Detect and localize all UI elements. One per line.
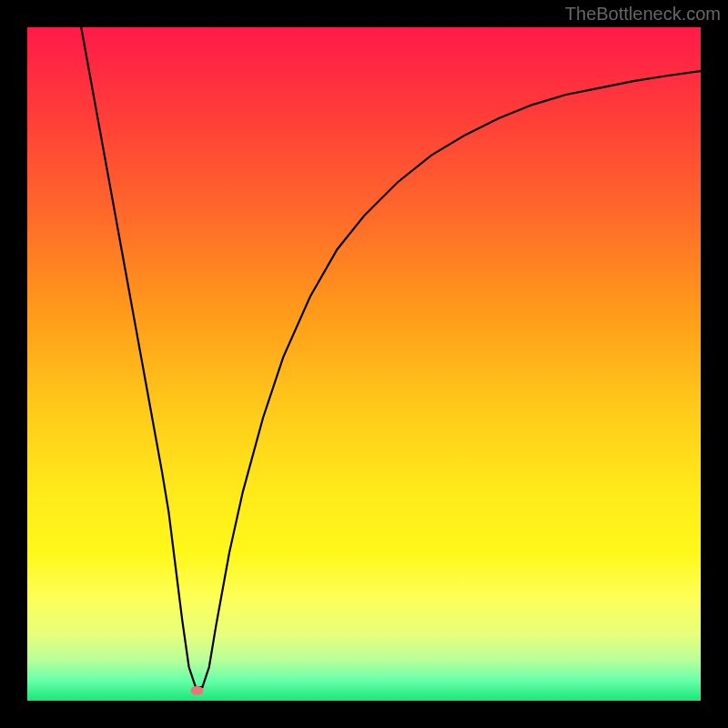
chart-container: TheBottleneck.com	[0, 0, 728, 728]
bottleneck-curve	[81, 27, 701, 687]
optimal-marker	[190, 686, 203, 695]
plot-area	[27, 27, 701, 701]
watermark-text: TheBottleneck.com	[565, 4, 721, 25]
chart-svg	[27, 27, 701, 701]
